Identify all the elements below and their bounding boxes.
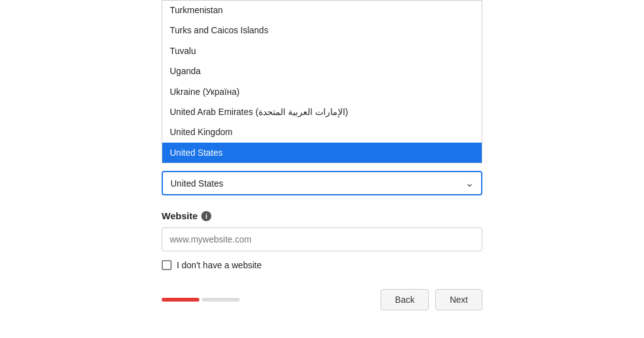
dropdown-item[interactable]: United States — [162, 143, 482, 163]
back-button[interactable]: Back — [380, 289, 429, 310]
dropdown-item[interactable]: Uganda — [162, 61, 482, 81]
no-website-checkbox[interactable] — [162, 260, 172, 270]
chevron-down-icon: ⌄ — [465, 177, 474, 189]
dropdown-item[interactable]: Tuvalu — [162, 41, 482, 61]
progress-bar — [162, 298, 240, 302]
dropdown-item[interactable]: Turks and Caicos Islands — [162, 20, 482, 40]
country-select-field[interactable]: United States ⌄ — [162, 171, 482, 195]
website-label: Website i — [162, 210, 482, 221]
no-website-label: I don't have a website — [177, 260, 262, 270]
nav-buttons: Back Next — [380, 289, 482, 310]
dropdown-item[interactable]: United Kingdom — [162, 122, 482, 142]
progress-segment-filled — [162, 298, 199, 302]
no-website-row: I don't have a website — [162, 260, 482, 270]
website-section: Website i I don't have a website — [162, 210, 482, 270]
selected-country-label: United States — [170, 178, 223, 188]
dropdown-item[interactable]: Ukraine (Україна) — [162, 82, 482, 102]
next-button[interactable]: Next — [435, 289, 482, 310]
dropdown-item[interactable]: United Arab Emirates (الإمارات العربية ا… — [162, 102, 482, 122]
info-icon[interactable]: i — [201, 211, 211, 221]
country-dropdown-list[interactable]: TokelauTongaTrinidad and TobagoTunisia (… — [162, 0, 482, 163]
dropdown-item[interactable]: Turkmenistan — [162, 0, 482, 20]
progress-segment-empty — [202, 298, 240, 302]
website-input[interactable] — [162, 227, 482, 251]
bottom-bar: Back Next — [162, 289, 482, 310]
